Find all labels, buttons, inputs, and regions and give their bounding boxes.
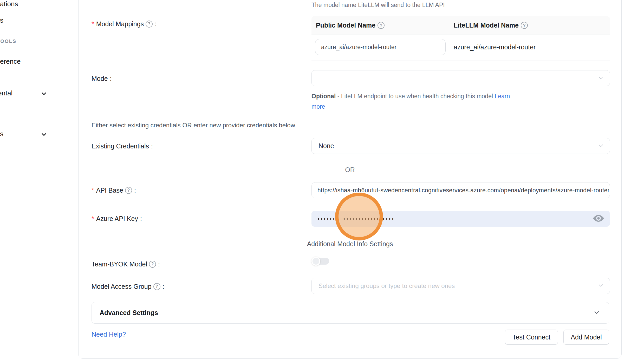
required-mark: * [92, 20, 94, 28]
help-question-icon[interactable]: ? [378, 22, 385, 29]
azure-api-key-input[interactable]: ••••••• ••••••••••••••••• [311, 211, 610, 227]
litellm-model-name-value: azure_ai/azure-model-router [454, 35, 536, 59]
sidebar-item-s2[interactable]: s [0, 130, 3, 138]
model-access-group-select[interactable]: Select existing groups or type to create… [311, 278, 610, 294]
table-header-row: Public Model Name ? LiteLLM Model Name ? [311, 16, 610, 35]
sidebar-section-tools: TOOLS [0, 38, 16, 44]
chevron-down-icon [598, 75, 604, 82]
additional-settings-divider: Additional Model Info Settings [89, 237, 611, 250]
existing-credentials-select[interactable]: None [311, 138, 610, 154]
sidebar: ations s TOOLS erence ental s [0, 0, 78, 360]
or-divider: OR [89, 163, 611, 176]
column-header-litellm-model-name: LiteLLM Model Name ? [449, 22, 528, 29]
help-question-icon[interactable]: ? [125, 187, 132, 194]
help-question-icon[interactable]: ? [149, 261, 156, 268]
masked-api-key: ••••••• ••••••••••••••••• [311, 216, 395, 222]
column-header-public-model-name: Public Model Name ? [311, 22, 449, 29]
sidebar-item-s1[interactable]: s [0, 16, 3, 24]
column-divider [449, 20, 449, 31]
help-question-icon[interactable]: ? [146, 21, 153, 28]
eye-icon[interactable] [593, 214, 604, 224]
sidebar-item-ental[interactable]: ental [0, 89, 12, 97]
required-mark: * [92, 214, 94, 223]
add-model-button[interactable]: Add Model [563, 330, 609, 345]
existing-credentials-value: None [312, 142, 334, 150]
chevron-down-icon [598, 282, 604, 290]
table-row: azure_ai/azure-model-router [311, 35, 610, 61]
chevron-down-icon [593, 309, 600, 317]
chevron-down-icon[interactable] [41, 131, 47, 138]
sidebar-item-erence[interactable]: erence [0, 57, 21, 66]
credentials-note: Either select existing credentials OR en… [92, 122, 295, 129]
azure-api-key-label: * Azure API Key : [92, 214, 142, 223]
sidebar-item-ations[interactable]: ations [0, 0, 18, 8]
required-mark: * [92, 186, 94, 194]
need-help-link[interactable]: Need Help? [92, 331, 126, 338]
model-mappings-table: Public Model Name ? LiteLLM Model Name ?… [311, 16, 610, 61]
help-question-icon[interactable]: ? [153, 283, 160, 290]
model-access-group-label: Model Access Group ? : [92, 282, 164, 291]
mode-label: Mode: [92, 74, 112, 83]
mode-select[interactable] [311, 70, 610, 86]
model-access-group-placeholder: Select existing groups or type to create… [312, 282, 455, 290]
team-byok-label: Team-BYOK Model ? : [92, 260, 160, 268]
api-base-input[interactable] [311, 182, 610, 198]
team-byok-toggle[interactable] [311, 257, 330, 266]
mode-help-text: Optional - LiteLLM endpoint to use when … [311, 91, 523, 112]
advanced-settings-panel[interactable]: Advanced Settings [92, 302, 609, 324]
existing-credentials-label: Existing Credentials: [92, 142, 153, 150]
chevron-down-icon[interactable] [41, 90, 47, 97]
model-mappings-label: * Model Mappings ? : [92, 20, 157, 28]
model-name-help-text: The model name LiteLLM will send to the … [311, 2, 445, 9]
test-connect-button[interactable]: Test Connect [505, 330, 558, 345]
help-question-icon[interactable]: ? [521, 22, 528, 29]
api-base-label: * API Base ? : [92, 186, 136, 194]
add-model-page: ations s TOOLS erence ental s The model … [0, 0, 644, 360]
advanced-settings-title: Advanced Settings [100, 309, 158, 317]
public-model-name-input[interactable] [315, 39, 446, 55]
chevron-down-icon [598, 142, 604, 150]
